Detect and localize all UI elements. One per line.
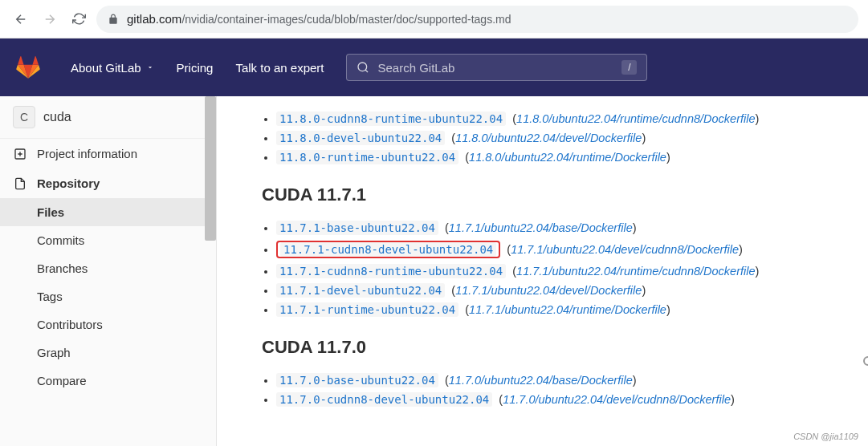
- tag-list: 11.7.1-base-ubuntu22.04 (11.7.1/ubuntu22…: [262, 218, 836, 319]
- tag-link[interactable]: 11.7.0-base-ubuntu22.04: [276, 373, 438, 387]
- content-area: 11.8.0-cudnn8-runtime-ubuntu22.04 (11.8.…: [217, 96, 868, 446]
- sub-item-tags[interactable]: Tags: [37, 282, 206, 310]
- sub-item-commits[interactable]: Commits: [37, 226, 206, 254]
- svg-point-0: [358, 63, 367, 71]
- dockerfile-link[interactable]: 11.7.1/ubuntu22.04/base/Dockerfile: [449, 221, 633, 234]
- scrollbar-thumb[interactable]: [205, 96, 216, 241]
- dockerfile-link[interactable]: 11.7.0/ubuntu22.04/devel/cudnn8/Dockerfi…: [503, 393, 731, 406]
- tag-list-item: 11.7.1-cudnn8-runtime-ubuntu22.04 (11.7.…: [276, 262, 836, 281]
- address-bar[interactable]: gitlab.com/nvidia/container-images/cuda/…: [96, 6, 858, 33]
- section-heading: CUDA 11.7.0: [262, 337, 836, 358]
- tag-list-item: 11.7.1-base-ubuntu22.04 (11.7.1/ubuntu22…: [276, 218, 836, 237]
- sidebar-item-label: Repository: [37, 176, 100, 190]
- sidebar-submenu: Files Commits Branches Tags Contributors…: [0, 198, 206, 395]
- tag-list-item: 11.7.1-devel-ubuntu22.04 (11.7.1/ubuntu2…: [276, 281, 836, 300]
- sidebar-item-project-info[interactable]: Project information: [0, 139, 206, 168]
- gitlab-header: About GitLab Pricing Talk to an expert /: [0, 39, 868, 96]
- tag-list-item: 11.7.0-cudnn8-devel-ubuntu22.04 (11.7.0/…: [276, 390, 836, 409]
- url-text: gitlab.com/nvidia/container-images/cuda/…: [127, 12, 511, 26]
- search-shortcut: /: [621, 60, 637, 75]
- lock-icon: [108, 14, 119, 25]
- sub-item-compare[interactable]: Compare: [37, 367, 206, 395]
- tag-link[interactable]: 11.7.1-cudnn8-devel-ubuntu22.04: [280, 242, 496, 257]
- repository-icon: [13, 177, 27, 190]
- tag-link[interactable]: 11.7.1-cudnn8-runtime-ubuntu22.04: [276, 264, 506, 278]
- dockerfile-link[interactable]: 11.7.0/ubuntu22.04/base/Dockerfile: [449, 374, 633, 387]
- search-input[interactable]: [377, 61, 613, 75]
- tag-list-item: 11.8.0-devel-ubuntu22.04 (11.8.0/ubuntu2…: [276, 128, 836, 148]
- dockerfile-link[interactable]: 11.8.0/ubuntu22.04/devel/Dockerfile: [455, 132, 642, 144]
- nav-expert[interactable]: Talk to an expert: [235, 61, 324, 75]
- sub-item-graph[interactable]: Graph: [37, 339, 206, 367]
- sidebar-item-label: Project information: [37, 147, 137, 160]
- tag-link[interactable]: 11.7.1-base-ubuntu22.04: [276, 221, 438, 235]
- nav-about-label: About GitLab: [71, 61, 141, 75]
- sidebar-item-repository[interactable]: Repository: [0, 168, 206, 198]
- tag-list-item: 11.7.0-base-ubuntu22.04 (11.7.0/ubuntu22…: [276, 371, 836, 390]
- gitlab-logo[interactable]: [16, 55, 40, 79]
- search-bar[interactable]: /: [346, 54, 647, 81]
- info-icon: [13, 148, 27, 160]
- tag-link[interactable]: 11.7.0-cudnn8-devel-ubuntu22.04: [276, 392, 492, 407]
- forward-button[interactable]: [39, 8, 61, 30]
- dockerfile-link[interactable]: 11.7.1/ubuntu22.04/devel/cudnn8/Dockerfi…: [511, 243, 739, 256]
- tag-link[interactable]: 11.7.1-devel-ubuntu22.04: [276, 283, 445, 298]
- project-avatar: C: [13, 106, 35, 128]
- dockerfile-link[interactable]: 11.7.1/ubuntu22.04/runtime/Dockerfile: [469, 303, 666, 316]
- tag-list: 11.8.0-cudnn8-runtime-ubuntu22.04 (11.8.…: [262, 109, 836, 167]
- tag-list-item: 11.8.0-cudnn8-runtime-ubuntu22.04 (11.8.…: [276, 109, 836, 128]
- tag-list-item: 11.7.1-runtime-ubuntu22.04 (11.7.1/ubunt…: [276, 300, 836, 319]
- reload-button[interactable]: [67, 8, 90, 30]
- sub-item-contributors[interactable]: Contributors: [37, 310, 206, 339]
- sub-item-files[interactable]: Files: [0, 198, 206, 226]
- back-button[interactable]: [10, 8, 32, 30]
- tag-link[interactable]: 11.7.1-runtime-ubuntu22.04: [276, 302, 458, 317]
- chevron-down-icon: [146, 63, 154, 71]
- search-icon: [357, 61, 369, 74]
- scroll-handle-icon: [863, 356, 868, 366]
- url-host: gitlab.com: [127, 12, 181, 26]
- dockerfile-link[interactable]: 11.7.1/ubuntu22.04/runtime/cudnn8/Docker…: [516, 265, 755, 278]
- tag-list-item: 11.7.1-cudnn8-devel-ubuntu22.04 (11.7.1/…: [276, 237, 836, 262]
- dockerfile-link[interactable]: 11.7.1/ubuntu22.04/devel/Dockerfile: [455, 284, 642, 297]
- main-layout: C cuda Project information Repository Fi…: [0, 96, 868, 446]
- dockerfile-link[interactable]: 11.8.0/ubuntu22.04/runtime/Dockerfile: [469, 151, 666, 164]
- tag-link[interactable]: 11.8.0-devel-ubuntu22.04: [276, 131, 445, 145]
- tag-list: 11.7.0-base-ubuntu22.04 (11.7.0/ubuntu22…: [262, 371, 836, 409]
- nav-pricing[interactable]: Pricing: [177, 61, 214, 75]
- tag-list-item: 11.8.0-runtime-ubuntu22.04 (11.8.0/ubunt…: [276, 148, 836, 167]
- dockerfile-link[interactable]: 11.8.0/ubuntu22.04/runtime/cudnn8/Docker…: [516, 112, 755, 125]
- project-header[interactable]: C cuda: [0, 96, 206, 139]
- tag-link[interactable]: 11.8.0-runtime-ubuntu22.04: [276, 150, 458, 164]
- sidebar: C cuda Project information Repository Fi…: [0, 96, 217, 446]
- sub-item-branches[interactable]: Branches: [37, 254, 206, 282]
- browser-toolbar: gitlab.com/nvidia/container-images/cuda/…: [0, 0, 868, 39]
- watermark: CSDN @jia1109: [793, 432, 858, 441]
- section-heading: CUDA 11.7.1: [262, 184, 836, 205]
- highlight-box: 11.7.1-cudnn8-devel-ubuntu22.04: [276, 241, 500, 258]
- project-name: cuda: [43, 110, 71, 124]
- tag-link[interactable]: 11.8.0-cudnn8-runtime-ubuntu22.04: [276, 112, 506, 126]
- nav-about[interactable]: About GitLab: [71, 61, 154, 75]
- url-path: /nvidia/container-images/cuda/blob/maste…: [181, 13, 511, 26]
